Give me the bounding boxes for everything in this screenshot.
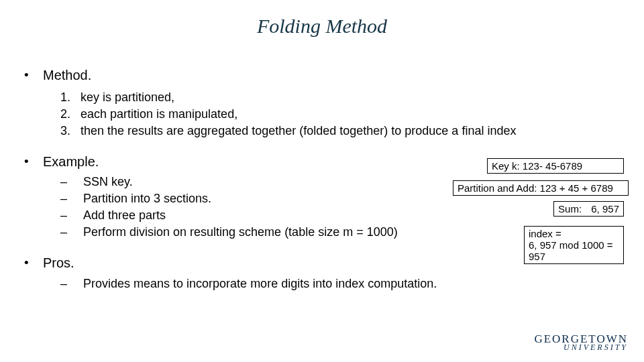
list-item: 2.each partition is manipulated, (60, 107, 620, 122)
box-index: index = 6, 957 mod 1000 = 957 (524, 226, 624, 264)
list-item: 3.then the results are aggregated togeth… (60, 123, 620, 139)
box-sum-row: Sum: 6, 957 (453, 201, 624, 222)
bullet-icon: • (24, 67, 43, 84)
logo-georgetown: GEORGETOWN UNIVERSITY (534, 334, 628, 351)
bullet-icon: • (24, 255, 43, 272)
list-item: 1.key is partitioned, (60, 90, 620, 105)
callout-boxes: Key k: 123- 45-6789 Partition and Add: 1… (453, 158, 624, 269)
slide-title: Folding Method (0, 0, 644, 38)
box-partition: Partition and Add: 123 + 45 + 6789 (453, 180, 629, 196)
box-sum: Sum: 6, 957 (553, 201, 624, 217)
list-item: –Provides means to incorporate more digi… (60, 276, 620, 292)
box-key: Key k: 123- 45-6789 (487, 158, 624, 174)
method-steps: 1.key is partitioned, 2.each partition i… (60, 90, 620, 139)
bullet-icon: • (24, 154, 43, 171)
section-method: • Method. 1.key is partitioned, 2.each p… (24, 67, 620, 139)
slide: Folding Method • Method. 1.key is partit… (0, 0, 644, 362)
section-label: Method. (43, 67, 620, 84)
pros-items: –Provides means to incorporate more digi… (60, 276, 620, 292)
